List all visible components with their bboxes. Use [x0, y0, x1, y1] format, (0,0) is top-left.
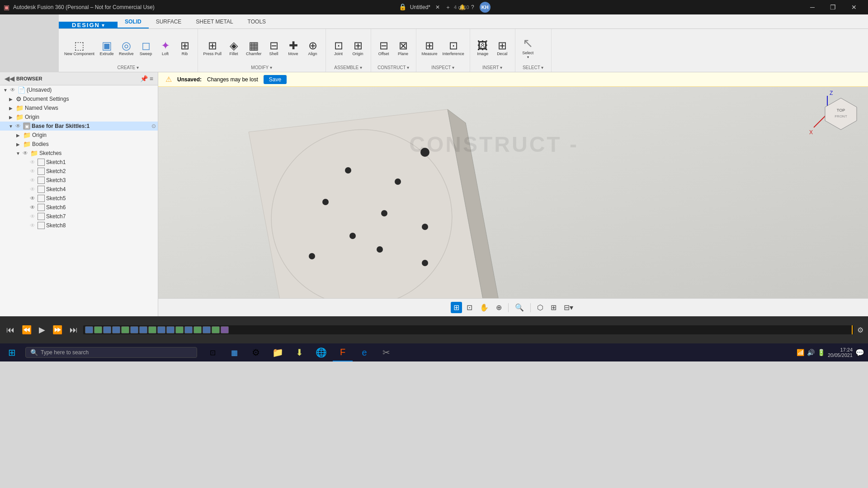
visibility-sketch6-icon[interactable]: 👁: [30, 204, 35, 211]
tree-item-sketch5[interactable]: ▶ 👁 Sketch5: [0, 194, 158, 203]
tab-solid[interactable]: SOLID: [118, 16, 149, 28]
create-revolve-btn[interactable]: ◎Revolve: [117, 39, 136, 57]
tree-item-named-views[interactable]: ▶ 📁 Named Views: [0, 103, 158, 113]
timeline-first-btn[interactable]: ⏮: [5, 324, 16, 336]
maximize-button[interactable]: ❐: [823, 0, 844, 14]
tl-sketch7[interactable]: [166, 326, 175, 333]
tree-item-bodies[interactable]: ▶ 📁 Bodies: [0, 140, 158, 149]
inspect-dropdown[interactable]: ▾: [452, 65, 454, 70]
expand-bodies-arrow[interactable]: ▶: [14, 142, 22, 147]
recent-files-btn[interactable]: 4 of 10: [454, 5, 469, 10]
tl-sketch1[interactable]: [85, 326, 93, 333]
tree-item-base-origin[interactable]: ▶ 📁 Origin: [0, 131, 158, 140]
modify-fillet-btn[interactable]: ◈Fillet: [225, 39, 243, 57]
select-dropdown-icon[interactable]: ▾: [527, 55, 529, 59]
tab-tools[interactable]: TOOLS: [241, 16, 273, 28]
visibility-base-icon[interactable]: 👁: [15, 123, 21, 129]
create-dropdown[interactable]: ▾: [137, 65, 139, 70]
construct-offset-plane-btn[interactable]: ⊟Offset: [375, 39, 393, 57]
modify-shell-btn[interactable]: ⊟Shell: [265, 39, 283, 57]
visibility-sketch3-icon[interactable]: 👁: [30, 177, 35, 183]
timeline-settings-icon[interactable]: ⚙: [857, 326, 863, 334]
tl-sketch9[interactable]: [203, 326, 211, 333]
tree-item-root[interactable]: ▼ 👁 📄 (Unsaved): [0, 85, 158, 94]
tree-item-sketch3[interactable]: ▶ 👁 Sketch3: [0, 176, 158, 185]
expand-root-arrow[interactable]: ▼: [2, 88, 9, 93]
tree-item-sketch1[interactable]: ▶ 👁 Sketch1: [0, 158, 158, 167]
tl-sketch6[interactable]: [157, 326, 165, 333]
sidebar-collapse-icon[interactable]: ◀◀: [5, 75, 14, 82]
inspect-measure-btn[interactable]: ⊞Measure: [420, 39, 439, 57]
viewport-cube[interactable]: TOP FRONT: [823, 96, 859, 132]
network-icon[interactable]: 📶: [797, 349, 804, 356]
sidebar-pin-icon[interactable]: 📌: [140, 75, 148, 82]
minimize-button[interactable]: ─: [802, 0, 823, 14]
expand-doc-settings-arrow[interactable]: ▶: [7, 97, 14, 102]
tl-sketch8[interactable]: [184, 326, 193, 333]
insert-decal-btn[interactable]: ⊞Decal: [493, 39, 511, 57]
tl-sketch3[interactable]: [112, 326, 120, 333]
insert-dropdown[interactable]: ▾: [500, 65, 502, 70]
create-new-component-btn[interactable]: ⬚New Component: [62, 39, 96, 57]
modify-chamfer-btn[interactable]: ▦Chamfer: [244, 39, 264, 57]
timeline-play-btn[interactable]: ▶: [37, 324, 47, 336]
construct-plane-btn[interactable]: ⊠Plane: [394, 39, 412, 57]
fusion360-icon[interactable]: F: [333, 343, 353, 361]
modify-move-btn[interactable]: ✚Move: [284, 39, 302, 57]
tl-sketch5[interactable]: [139, 326, 147, 333]
select-btn[interactable]: ↖ Select ▾: [519, 36, 537, 60]
timeline-prev-btn[interactable]: ⏪: [20, 324, 33, 336]
tree-item-sketch7[interactable]: ▶ 👁 Sketch7: [0, 212, 158, 221]
save-button[interactable]: Save: [264, 75, 287, 84]
create-rib-btn[interactable]: ⊞Rib: [176, 39, 194, 57]
tree-item-origin-top[interactable]: ▶ 📁 Origin: [0, 113, 158, 122]
help-icon[interactable]: ?: [471, 4, 474, 10]
assemble-joint-btn[interactable]: ⊡Joint: [330, 39, 348, 57]
display-mode-btn[interactable]: ⊟▾: [561, 302, 576, 313]
tl-cut2[interactable]: [175, 326, 184, 333]
design-dropdown-icon[interactable]: ▾: [102, 22, 104, 28]
tree-item-sketch2[interactable]: ▶ 👁 Sketch2: [0, 167, 158, 176]
modify-align-btn[interactable]: ⊕Align: [304, 39, 322, 57]
tl-extrude1[interactable]: [94, 326, 102, 333]
expand-sketches-arrow[interactable]: ▼: [14, 151, 22, 156]
view-cube-btn[interactable]: ⬡: [534, 302, 546, 313]
file-explorer-icon[interactable]: 📁: [268, 343, 288, 361]
visibility-sketch2-icon[interactable]: 👁: [30, 168, 35, 174]
tl-pattern1[interactable]: [148, 326, 156, 333]
zoom-btn[interactable]: 🔍: [512, 302, 527, 313]
chrome-icon[interactable]: 🌐: [311, 343, 331, 361]
orbit-btn[interactable]: ⊕: [493, 302, 505, 313]
taskview-btn[interactable]: ⊡: [203, 343, 222, 361]
assemble-origin-btn[interactable]: ⊞Origin: [349, 39, 367, 57]
tl-pattern2[interactable]: [193, 326, 202, 333]
viewport[interactable]: X Y Z CONSTRUCT - TOP FRONT: [158, 87, 868, 316]
expand-base-origin-arrow[interactable]: ▶: [14, 133, 22, 138]
tree-item-sketch6[interactable]: ▶ 👁 Sketch6: [0, 203, 158, 212]
display-settings-btn[interactable]: ⊡: [464, 302, 475, 313]
assemble-dropdown[interactable]: ▾: [360, 65, 362, 70]
create-extrude-btn[interactable]: ▣Extrude: [98, 39, 116, 57]
select-dropdown[interactable]: ▾: [541, 65, 543, 70]
tree-item-sketch8[interactable]: ▶ 👁 Sketch8: [0, 221, 158, 230]
battery-icon[interactable]: 🔋: [817, 349, 825, 356]
visibility-sketch5-icon[interactable]: 👁: [30, 195, 35, 202]
notification-center-icon[interactable]: 💬: [855, 348, 864, 357]
widgets-btn[interactable]: ▦: [224, 343, 244, 361]
timeline-last-btn[interactable]: ⏭: [68, 324, 80, 336]
tree-item-base[interactable]: ▼ 👁 ▣ Base for Bar Skittles:1 ⊙: [0, 122, 158, 131]
insert-image-btn[interactable]: 🖼Image: [474, 39, 492, 57]
tab-sheetmetal[interactable]: SHEET METAL: [189, 16, 240, 28]
create-loft-btn[interactable]: ✦Loft: [156, 39, 175, 57]
construct-dropdown[interactable]: ▾: [407, 65, 409, 70]
download-manager-icon[interactable]: ⬇: [289, 343, 309, 361]
tree-item-doc-settings[interactable]: ▶ ⚙ Document Settings: [0, 94, 158, 103]
select-mode-btn[interactable]: ⊞: [451, 302, 462, 313]
settings-app-icon[interactable]: ⚙: [246, 343, 266, 361]
system-clock[interactable]: 17:24 20/05/2021: [828, 347, 853, 358]
design-button[interactable]: DESIGN: [72, 22, 100, 28]
start-button[interactable]: ⊞: [0, 343, 24, 361]
close-button[interactable]: ✕: [844, 0, 864, 14]
tl-fillet1[interactable]: [212, 326, 220, 333]
inspect-interference-btn[interactable]: ⊡Interference: [441, 39, 466, 57]
